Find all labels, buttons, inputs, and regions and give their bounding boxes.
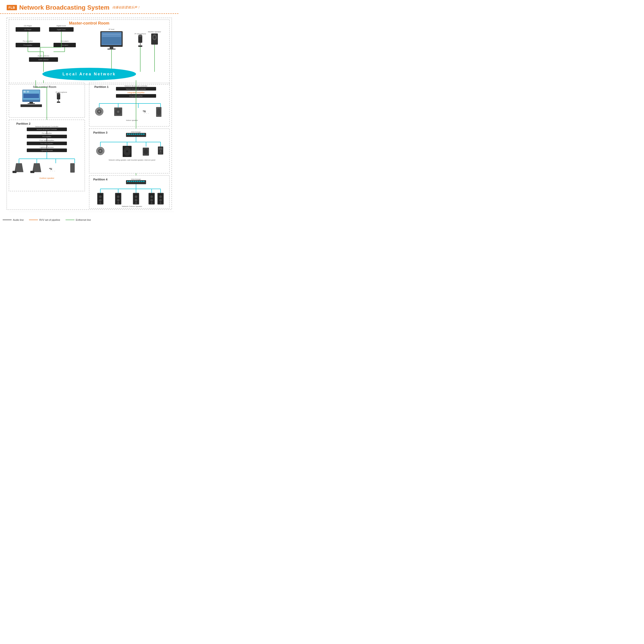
p2-preamp-label: Pre-amplifier [42,132,52,134]
svg-text:. . .: . . . [144,111,149,114]
svg-text:Fire alarm: Fire alarm [61,44,68,46]
legend: Audio line RVV set of pipeline Enthernet… [0,217,178,223]
p2-pureamp-label: Pure rear amplifier [39,139,54,141]
svg-point-164 [117,202,119,204]
svg-rect-113 [135,134,136,135]
svg-rect-23 [138,46,142,47]
svg-rect-54 [57,102,60,103]
legend-rvv-pipeline: RVV set of pipeline [29,219,60,221]
svg-point-173 [150,199,153,202]
main-diagram: Master-control Room CD Player CD Player … [4,16,174,217]
svg-point-177 [159,195,162,198]
partition4-title: Partition 4 [93,178,107,181]
svg-rect-18 [107,49,116,50]
svg-point-98 [98,111,100,112]
svg-rect-75 [12,171,17,173]
svg-point-159 [99,202,101,204]
page-title: Network Broadcasting System [19,4,109,11]
svg-point-131 [144,149,148,154]
svg-rect-141 [131,181,132,182]
svg-rect-17 [110,47,113,49]
svg-point-168 [135,199,137,202]
partition3-title: Partition 3 [93,131,107,134]
ip-microphone-master-label: IP microphone [134,33,146,35]
p4-interchanger-label: Interchanger [131,178,141,180]
svg-point-101 [117,111,119,113]
svg-rect-143 [135,181,136,182]
partition1-title: Partition 1 [94,85,109,89]
monitor-speaker-label: Monitor Speaker [148,31,161,33]
svg-rect-135 [159,153,162,153]
diagram-area: Master-control Room CD Player CD Player … [4,16,174,217]
svg-rect-110 [129,134,130,135]
svg-rect-47 [29,102,33,103]
svg-point-178 [159,199,162,202]
page-root: FLB Network Broadcasting System 传播创新爱燃乐声… [0,0,178,223]
svg-rect-133 [159,148,162,150]
svg-point-179 [160,202,161,204]
svg-text:Pre-amplifier: Pre-amplifier [42,136,51,138]
svg-rect-144 [137,181,138,182]
ethernet-line-label: Enthernet line [76,219,91,221]
audio-line-indicator [3,220,12,220]
svg-rect-77 [30,171,34,173]
svg-point-129 [126,150,128,153]
audio-line-label: Audio line [13,219,24,221]
svg-point-172 [150,195,153,198]
svg-rect-112 [133,134,134,135]
p2-outdoor-speaker-label: Outdoor speaker [39,177,54,179]
svg-rect-142 [133,181,134,182]
sub-control-room-title: Sub-control Room [33,85,56,89]
svg-text:Pure rear amplifier: Pure rear amplifier [40,143,53,144]
svg-rect-145 [139,181,140,182]
svg-text:Pre-amplifier: Pre-amplifier [23,44,32,46]
svg-rect-139 [127,181,128,182]
svg-rect-108 [126,133,146,137]
fire-alarm-label: Fire alarm [61,40,69,42]
p3-speakers-label: Network ceiling speaker, wall mounted sp… [109,159,155,161]
svg-point-134 [160,150,161,152]
svg-point-162 [117,195,120,198]
svg-text:Network Broadcast Controller: Network Broadcast Controller [37,129,57,130]
svg-rect-147 [143,181,144,182]
ip-microphone-sub-label: IP microphone [56,91,67,93]
svg-rect-45 [27,91,29,93]
svg-rect-117 [143,134,144,135]
svg-point-174 [151,202,153,204]
svg-rect-140 [129,181,130,182]
rvv-line-indicator [29,220,38,220]
svg-text:CD Player: CD Player [24,29,32,31]
svg-rect-48 [28,103,35,104]
digital-tuner-label: Digital tuner [57,25,66,27]
svg-rect-49 [21,104,42,107]
svg-point-158 [99,199,102,202]
p2-nbc-label: Network Broadcast Controller [35,126,59,128]
cd-player-label: CD Player [24,25,32,27]
svg-text:Digital Tuner: Digital Tuner [57,29,66,31]
legend-audio-line: Audio line [3,219,24,221]
rvv-pipeline-label: RVV set of pipeline [39,219,60,221]
svg-point-20 [138,35,142,37]
svg-text:Lightning arrester: Lightning arrester [41,150,53,151]
header-subtitle: 传播创新爱燃乐声！ [112,6,140,10]
svg-rect-80 [70,163,75,173]
lan-label: Local Area Network [62,72,116,76]
ethernet-line-indicator [66,220,74,220]
svg-point-157 [99,195,102,198]
svg-text:. . .: . . . [50,168,55,172]
ip-host-label: IP host [109,28,115,30]
flb-logo: FLB [7,5,17,10]
svg-rect-111 [131,134,132,135]
partition2-title: Partition 2 [16,122,31,125]
page-header: FLB Network Broadcasting System 传播创新爱燃乐声… [0,0,178,14]
svg-rect-114 [137,134,138,135]
svg-point-163 [117,199,120,202]
p4-column-speaker-label: Network Column Speaker [122,205,142,207]
master-room-title: Master-control Room [69,21,109,25]
svg-rect-44 [23,91,26,93]
svg-rect-115 [139,134,140,135]
svg-text:Audio collector: Audio collector [38,59,49,60]
legend-ethernet-line: Enthernet line [66,219,91,221]
svg-point-126 [99,150,101,152]
svg-point-26 [153,36,156,39]
